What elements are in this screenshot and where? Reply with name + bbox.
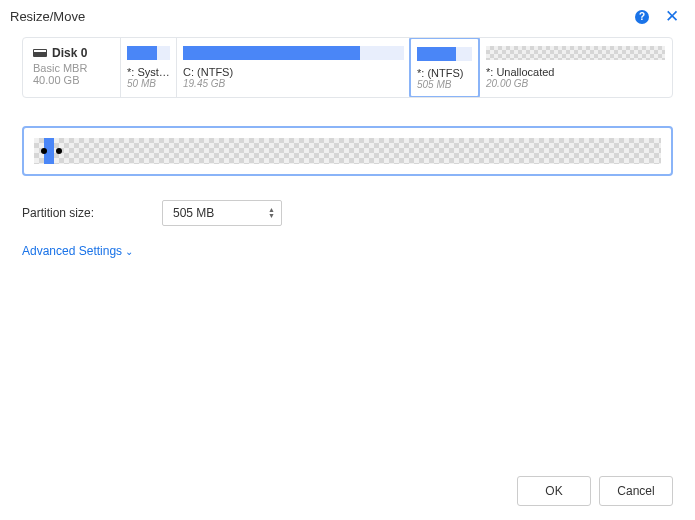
partition-2[interactable]: *: (NTFS)505 MB	[409, 37, 480, 98]
partition-bar	[417, 47, 472, 61]
disk-name: Disk 0	[52, 46, 87, 60]
partition-bar	[183, 46, 404, 60]
disk-info: Disk 0 Basic MBR 40.00 GB	[23, 38, 120, 97]
dialog-title: Resize/Move	[10, 9, 85, 24]
partition-size-label: Partition size:	[22, 206, 132, 220]
ok-button[interactable]: OK	[517, 476, 591, 506]
disk-icon	[33, 49, 47, 57]
spinner-arrows-icon[interactable]: ▲▼	[268, 207, 275, 219]
cancel-button[interactable]: Cancel	[599, 476, 673, 506]
advanced-settings-link[interactable]: Advanced Settings ⌄	[22, 244, 133, 258]
partition-label: *: (NTFS)	[417, 67, 472, 79]
disk-type: Basic MBR	[33, 62, 112, 74]
help-icon[interactable]: ?	[635, 10, 649, 24]
partition-size: 19.45 GB	[183, 78, 404, 89]
close-icon[interactable]: ✕	[665, 8, 679, 25]
partition-bar	[486, 46, 665, 60]
partition-label: *: Unallocated	[486, 66, 665, 78]
disk-map: Disk 0 Basic MBR 40.00 GB *: System...50…	[22, 37, 673, 98]
resize-slider[interactable]	[22, 126, 673, 176]
chevron-down-icon: ⌄	[125, 246, 133, 257]
partition-size: 20.00 GB	[486, 78, 665, 89]
partition-3[interactable]: *: Unallocated20.00 GB	[479, 38, 671, 97]
partition-1[interactable]: C: (NTFS)19.45 GB	[176, 38, 410, 97]
partition-bar	[127, 46, 170, 60]
partition-label: *: System...	[127, 66, 170, 78]
slider-handle-left[interactable]	[41, 148, 47, 154]
partition-0[interactable]: *: System...50 MB	[120, 38, 176, 97]
partition-size-value: 505 MB	[173, 206, 214, 220]
disk-capacity: 40.00 GB	[33, 74, 112, 86]
slider-handle-right[interactable]	[56, 148, 62, 154]
partition-size-input[interactable]: 505 MB ▲▼	[162, 200, 282, 226]
partition-label: C: (NTFS)	[183, 66, 404, 78]
partition-size: 505 MB	[417, 79, 472, 90]
partition-size: 50 MB	[127, 78, 170, 89]
